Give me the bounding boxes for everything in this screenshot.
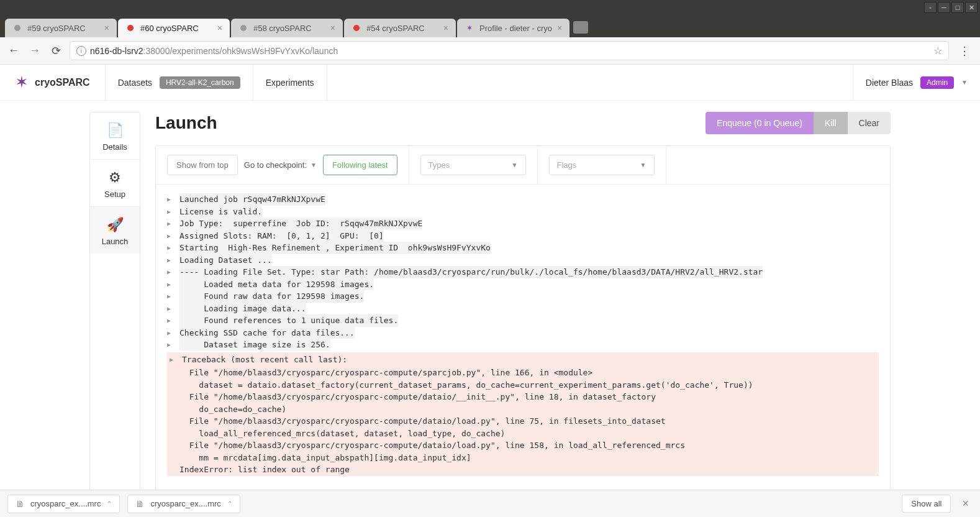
flags-placeholder: Flags	[557, 160, 577, 170]
log-line: ▶ Loaded meta data for 129598 images.	[167, 278, 879, 291]
traceback-body: File "/home/blaasd3/cryosparc/cryosparc-…	[167, 367, 879, 476]
nav-datasets[interactable]: Datasets HRV2-all-K2_carbon	[106, 65, 253, 100]
user-menu[interactable]: Dieter Blaas Admin ▼	[853, 65, 980, 100]
expand-toggle-icon[interactable]: ▶	[167, 254, 173, 265]
rocket-icon: 🚀	[107, 217, 124, 233]
sidebar-item-launch[interactable]: 🚀 Launch	[90, 207, 140, 254]
expand-toggle-icon[interactable]: ▶	[167, 193, 173, 204]
caret-down-icon: ▼	[961, 79, 968, 86]
browser-tab[interactable]: #54 cryoSPARC ×	[344, 19, 456, 37]
tab-title: #60 cryoSPARC	[140, 24, 212, 33]
expand-toggle-icon[interactable]: ▶	[167, 339, 173, 349]
log-text: Dataset image size is 256.	[179, 339, 330, 351]
browser-tab-strip: #59 cryoSPARC × #60 cryoSPARC × #58 cryo…	[0, 15, 980, 37]
brand-name: cryoSPARC	[35, 77, 90, 88]
tab-indicator-icon	[125, 23, 135, 33]
log-line: ▶ Found references to 1 unique data file…	[167, 314, 879, 327]
dataset-badge: HRV2-all-K2_carbon	[160, 76, 240, 89]
caret-down-icon: ▼	[311, 162, 317, 168]
logo-icon: ✶	[15, 73, 29, 92]
new-tab-button[interactable]	[573, 21, 588, 34]
expand-toggle-icon[interactable]: ▶	[167, 217, 173, 228]
show-from-top-button[interactable]: Show from top	[167, 155, 238, 175]
sidebar-item-setup[interactable]: ⚙ Setup	[90, 160, 140, 207]
bookmark-star-icon[interactable]: ☆	[933, 45, 942, 57]
browser-toolbar: ← → ⟳ i n616-db-lsrv2:38000/experiments/…	[0, 37, 980, 65]
expand-toggle-icon[interactable]: ▶	[167, 290, 173, 301]
tab-title: #54 cryoSPARC	[366, 24, 438, 33]
caret-down-icon: ▼	[512, 162, 518, 168]
log-line: ▶Launched job rSqqw47mRkNJXpvwE	[167, 193, 879, 206]
log-panel: Show from top Go to checkpoint: ▼ Follow…	[155, 145, 891, 492]
sidebar-item-details[interactable]: 📄 Details	[90, 112, 140, 160]
browser-menu-icon[interactable]: ⋮	[955, 44, 974, 58]
log-text: Checking SSD cache for data files...	[179, 327, 355, 339]
goto-checkpoint-dropdown[interactable]: Go to checkpoint: ▼	[244, 160, 317, 170]
browser-tab-active[interactable]: #60 cryoSPARC ×	[118, 19, 230, 37]
clear-button[interactable]: Clear	[848, 112, 891, 134]
expand-toggle-icon[interactable]: ▶	[167, 303, 173, 313]
expand-toggle-icon[interactable]: ▶	[167, 206, 173, 216]
tab-indicator-icon	[12, 23, 22, 33]
window-minimize-button[interactable]: ─	[938, 2, 950, 13]
site-info-icon[interactable]: i	[76, 46, 86, 56]
sidebar-item-label: Details	[102, 142, 127, 152]
types-dropdown[interactable]: Types ▼	[420, 155, 526, 175]
log-line: ▶ Loading image data...	[167, 303, 879, 315]
url-text: n616-db-lsrv2:38000/experiments/ohk9wsWs…	[90, 46, 930, 56]
downloads-bar: 🗎 cryosparc_ex....mrc ⌃ 🗎 cryosparc_ex..…	[0, 490, 980, 492]
url-bar[interactable]: i n616-db-lsrv2:38000/experiments/ohk9ws…	[70, 41, 949, 60]
brand-logo[interactable]: ✶ cryoSPARC	[0, 65, 106, 100]
types-placeholder: Types	[429, 160, 450, 170]
tab-title: #59 cryoSPARC	[27, 24, 99, 33]
window-titlebar: ◦ ─ □ ✕	[0, 0, 980, 15]
log-text: Starting High-Res Refinement , Experimen…	[179, 242, 491, 254]
browser-tab[interactable]: #58 cryoSPARC ×	[231, 19, 343, 37]
page-title: Launch	[155, 113, 217, 133]
log-line: ▶Assigned Slots: RAM: [0, 1, 2] GPU: [0]	[167, 230, 879, 242]
log-line: ▶Job Type: superrefine Job ID: rSqqw47mR…	[167, 217, 879, 230]
expand-toggle-icon[interactable]: ▶	[170, 354, 176, 364]
log-line: ▶Loading Dataset ...	[167, 254, 879, 267]
log-output: ▶Launched job rSqqw47mRkNJXpvwE▶License …	[156, 185, 890, 485]
log-line: ▶License is valid.	[167, 206, 879, 218]
following-latest-button[interactable]: Following latest	[323, 155, 397, 175]
log-error-line: ▶ Traceback (most recent call last):	[167, 352, 879, 367]
browser-tab[interactable]: ✶ Profile - dieter - cryo ×	[457, 19, 569, 37]
tab-close-icon[interactable]: ×	[443, 23, 448, 33]
log-text: Loading Dataset ...	[179, 254, 272, 267]
log-text: Found raw data for 129598 images.	[179, 290, 364, 303]
flags-dropdown[interactable]: Flags ▼	[549, 155, 655, 175]
browser-tab[interactable]: #59 cryoSPARC ×	[5, 19, 117, 37]
expand-toggle-icon[interactable]: ▶	[167, 266, 173, 277]
page-viewport[interactable]: ✶ cryoSPARC Datasets HRV2-all-K2_carbon …	[0, 65, 980, 492]
log-line: ▶Starting High-Res Refinement , Experime…	[167, 242, 879, 254]
expand-toggle-icon[interactable]: ▶	[167, 230, 173, 240]
window-maximize-button[interactable]: □	[951, 2, 964, 13]
nav-reload-button[interactable]: ⟳	[48, 43, 63, 58]
log-text: License is valid.	[179, 206, 262, 218]
nav-forward-button[interactable]: →	[27, 43, 42, 58]
nav-experiments[interactable]: Experiments	[253, 65, 327, 100]
app-header: ✶ cryoSPARC Datasets HRV2-all-K2_carbon …	[0, 65, 980, 101]
user-name: Dieter Blaas	[866, 78, 913, 88]
tab-close-icon[interactable]: ×	[217, 23, 222, 33]
tab-close-icon[interactable]: ×	[330, 23, 335, 33]
tab-close-icon[interactable]: ×	[557, 23, 562, 33]
expand-toggle-icon[interactable]: ▶	[167, 278, 173, 289]
kill-button[interactable]: Kill	[814, 112, 848, 134]
tab-close-icon[interactable]: ×	[104, 23, 109, 33]
log-line: ▶---- Loading File Set. Type: star Path:…	[167, 266, 879, 278]
expand-toggle-icon[interactable]: ▶	[167, 314, 173, 325]
window-user-icon[interactable]: ◦	[924, 2, 937, 13]
enqueue-button[interactable]: Enqueue (0 in Queue)	[706, 112, 814, 134]
nav-back-button[interactable]: ←	[6, 43, 21, 58]
expand-toggle-icon[interactable]: ▶	[167, 327, 173, 337]
document-icon: 📄	[107, 122, 124, 139]
window-close-button[interactable]: ✕	[965, 2, 978, 13]
caret-down-icon: ▼	[640, 162, 647, 168]
expand-toggle-icon[interactable]: ▶	[167, 242, 173, 252]
log-line: ▶ Found raw data for 129598 images.	[167, 290, 879, 303]
log-toolbar: Show from top Go to checkpoint: ▼ Follow…	[156, 146, 890, 185]
log-text: Traceback (most recent call last):	[182, 354, 347, 366]
